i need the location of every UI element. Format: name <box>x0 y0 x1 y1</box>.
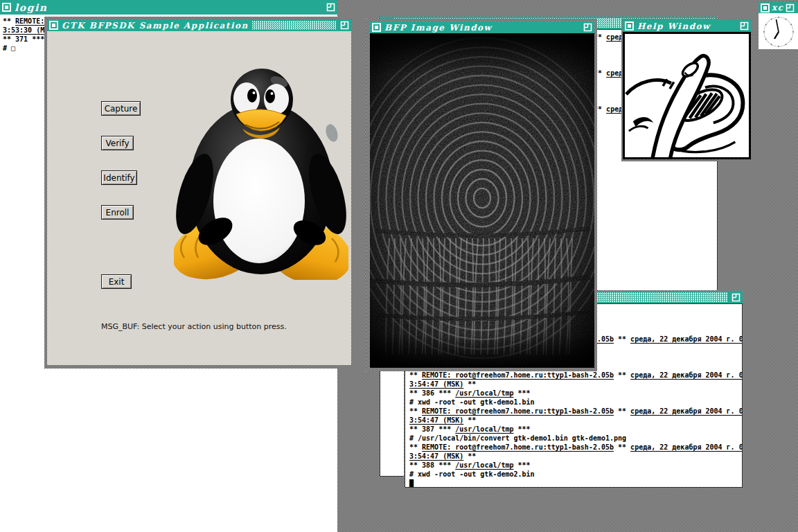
terminal-line: # xwd -root -out gtk-demo1.bin <box>409 398 742 407</box>
help-illustration <box>623 32 751 159</box>
terminal-line: ** 388 *** /usr/local/tmp *** <box>409 461 742 470</box>
enroll-button[interactable]: Enroll <box>101 205 134 220</box>
resize-icon[interactable] <box>740 21 749 30</box>
tux-penguin-image <box>174 64 348 280</box>
gtk-bfpsdk-window: GTK BFPSDK Sample Application Capture Ve… <box>44 17 354 369</box>
terminal-line: ** 387 *** /usr/local/tmp *** <box>409 425 742 434</box>
resize-icon[interactable] <box>326 3 335 12</box>
capture-button[interactable]: Capture <box>101 101 141 116</box>
window-title: BFP Image Window <box>384 23 492 33</box>
terminal-line: ** REMOTE: root@freehom7.home.ru:ttyp1-b… <box>409 371 742 380</box>
iconify-icon[interactable] <box>761 3 770 12</box>
fingerprint-image <box>370 33 594 368</box>
exit-button[interactable]: Exit <box>101 274 132 289</box>
login-titlebar[interactable]: login <box>0 0 337 15</box>
iconify-icon[interactable] <box>625 21 634 30</box>
iconify-icon[interactable] <box>49 21 58 30</box>
focus-hatch <box>252 21 337 30</box>
resize-icon[interactable] <box>583 23 592 32</box>
terminal-line: ** REMOTE: root@freehom7.home.ru:ttyp1-b… <box>409 407 742 416</box>
terminal-line: # xwd -root -out gtk-demo2.bin <box>409 470 742 479</box>
resize-icon[interactable] <box>340 21 349 30</box>
terminal-line: 3:54:47 (MSK) ** <box>409 416 742 425</box>
bfp-image-window: BFP Image Window <box>366 19 597 371</box>
terminal-line: 3:54:47 (MSK) ** <box>409 452 742 461</box>
help-titlebar[interactable]: Help Window <box>623 20 751 32</box>
window-title: Help Window <box>637 21 711 31</box>
terminal-line: 3:54:47 (MSK) ** <box>409 380 742 389</box>
xclock-titlebar[interactable]: xc <box>759 2 798 13</box>
terminal-line: █ <box>409 479 742 488</box>
terminal-line: # /usr/local/bin/convert gtk-demo1.bin g… <box>409 434 742 443</box>
bfp-titlebar[interactable]: BFP Image Window <box>370 21 594 33</box>
window-title: GTK BFPSDK Sample Application <box>62 21 249 30</box>
identify-button[interactable]: Identify <box>101 170 137 185</box>
window-title: xc <box>772 3 783 12</box>
analog-clock <box>759 13 798 49</box>
help-window: Help Window <box>621 19 752 161</box>
gtk-client-area: Capture Verify Identify Enroll Exit MSG_… <box>47 31 351 365</box>
iconify-icon[interactable] <box>372 23 381 32</box>
iconify-icon[interactable] <box>2 3 11 12</box>
verify-button[interactable]: Verify <box>101 136 134 150</box>
resize-icon[interactable] <box>732 293 741 302</box>
gtk-titlebar[interactable]: GTK BFPSDK Sample Application <box>47 19 351 31</box>
terminal-line: ** 386 *** /usr/local/tmp *** <box>409 389 742 398</box>
terminal-line: ** REMOTE: root@freehom7.home.ru:ttyp1-b… <box>409 443 742 452</box>
xclock-window: xc <box>757 1 798 51</box>
window-title: login <box>15 2 47 13</box>
status-message: MSG_BUF: Select your action using button… <box>101 322 287 331</box>
resize-icon[interactable] <box>786 3 795 12</box>
desktop: { "colors": { "accent_teal": "#23a894", … <box>0 0 798 532</box>
